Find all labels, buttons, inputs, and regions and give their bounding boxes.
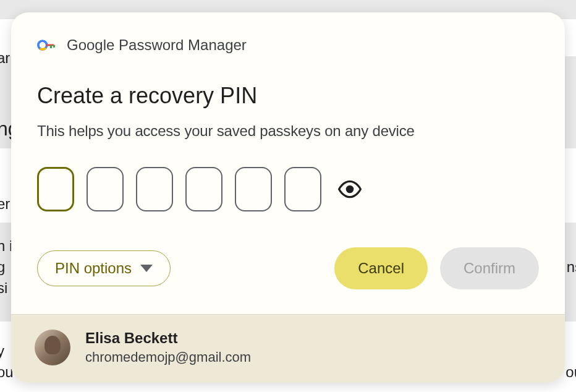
pin-options-label: PIN options xyxy=(55,260,132,277)
chevron-down-icon xyxy=(140,265,153,272)
cancel-button[interactable]: Cancel xyxy=(334,247,428,289)
user-name: Elisa Beckett xyxy=(85,330,251,347)
pin-options-button[interactable]: PIN options xyxy=(37,250,171,286)
recovery-pin-dialog: Google Password Manager Create a recover… xyxy=(11,12,565,383)
bg-fragment: y xyxy=(0,343,4,360)
bg-fragment: ns xyxy=(567,258,576,276)
bg-fragment: ou xyxy=(565,364,576,381)
app-name: Google Password Manager xyxy=(67,36,247,54)
google-password-manager-icon xyxy=(37,36,56,54)
bg-fragment: si xyxy=(0,279,7,297)
pin-digit-1[interactable] xyxy=(37,167,74,211)
pin-digit-6[interactable] xyxy=(284,167,321,211)
dialog-title: Create a recovery PIN xyxy=(37,83,539,109)
account-footer: Elisa Beckett chromedemojp@gmail.com xyxy=(11,314,565,383)
dialog-subtitle: This helps you access your saved passkey… xyxy=(37,122,539,140)
bg-fragment: g xyxy=(0,258,5,276)
show-pin-icon[interactable] xyxy=(337,177,362,202)
svg-point-2 xyxy=(347,186,353,192)
user-email: chromedemojp@gmail.com xyxy=(85,349,251,365)
pin-digit-3[interactable] xyxy=(136,167,173,211)
bg-fragment: er xyxy=(0,195,10,213)
pin-digit-2[interactable] xyxy=(87,167,124,211)
bg-fragment: ar xyxy=(0,49,10,67)
confirm-button[interactable]: Confirm xyxy=(440,247,539,289)
avatar xyxy=(35,330,70,365)
pin-digit-5[interactable] xyxy=(235,167,272,211)
pin-digit-4[interactable] xyxy=(185,167,222,211)
pin-input-row xyxy=(37,167,539,211)
dialog-header: Google Password Manager xyxy=(37,36,539,54)
